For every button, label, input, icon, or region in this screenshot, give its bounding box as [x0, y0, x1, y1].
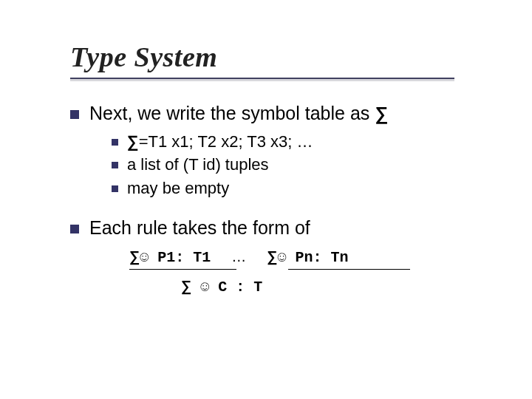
turnstile-icon: ☺ — [200, 279, 209, 296]
rule-bar-left — [129, 269, 236, 270]
bullet-l2-text-1: a list of (T id) tuples — [127, 154, 269, 176]
rule-premises: ∑☺ P1: T1 … ∑☺ Pn: Tn — [129, 248, 473, 266]
slide: Type System Next, we write the symbol ta… — [0, 0, 532, 399]
bullet-l2-text: ∑=T1 x1; T2 x2; T3 x3; … — [127, 131, 313, 153]
bullet-l1: Next, we write the symbol table as ∑ — [70, 101, 473, 126]
premise-1-text: P1: T1 — [149, 249, 211, 266]
bullet-l2: may be empty — [112, 177, 473, 200]
rule-bar-right — [288, 269, 410, 270]
bullet-l2: ∑=T1 x1; T2 x2; T3 x3; … — [112, 131, 473, 153]
sigma-symbol: ∑ — [375, 101, 388, 126]
bullet-l1: Each rule takes the form of — [70, 216, 473, 241]
bullet-l1-text-1: Each rule takes the form of — [89, 216, 310, 241]
title-underline — [70, 78, 454, 79]
premise-n-text: Pn: Tn — [287, 249, 349, 266]
bullet-l1-text-0: Next, we write the symbol table as — [89, 103, 375, 123]
sigma-symbol: ∑ — [127, 131, 139, 153]
square-bullet-icon — [70, 110, 79, 119]
conclusion-text: C : T — [209, 279, 262, 296]
square-bullet-icon — [70, 225, 79, 233]
square-bullet-icon — [112, 185, 118, 192]
bullet-l2-text-2: may be empty — [127, 177, 229, 200]
turnstile-icon: ☺ — [278, 249, 287, 266]
premise-n: ∑☺ Pn: Tn — [267, 248, 348, 266]
sigma-symbol: ∑ — [267, 248, 277, 265]
premise-1: ∑☺ P1: T1 — [129, 248, 211, 266]
bullet-l2-group: ∑=T1 x1; T2 x2; T3 x3; … a list of (T id… — [112, 131, 473, 200]
square-bullet-icon — [112, 139, 118, 146]
ellipsis: … — [231, 248, 246, 265]
inference-rule: ∑☺ P1: T1 … ∑☺ Pn: Tn ∑ ☺ C : T — [129, 248, 473, 296]
sigma-symbol: ∑ — [129, 248, 140, 265]
turnstile-icon: ☺ — [140, 249, 149, 266]
rule-line — [129, 269, 473, 270]
bullet-l2: a list of (T id) tuples — [112, 154, 473, 176]
slide-title: Type System — [70, 41, 473, 73]
sigma-symbol: ∑ — [181, 278, 191, 295]
bullet-l2-text-0: =T1 x1; T2 x2; T3 x3; … — [139, 132, 313, 151]
rule-conclusion: ∑ ☺ C : T — [181, 278, 473, 296]
square-bullet-icon — [112, 162, 118, 168]
bullet-l1-text: Next, we write the symbol table as ∑ — [89, 101, 388, 126]
